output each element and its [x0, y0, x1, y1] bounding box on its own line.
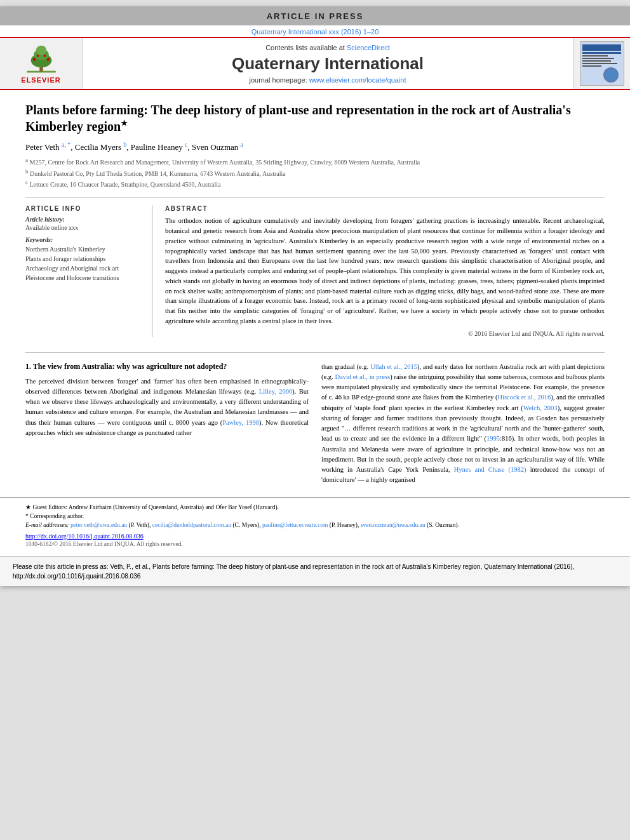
section-divider — [25, 352, 605, 353]
affiliations: a M257, Centre for Rock Art Research and… — [25, 156, 605, 189]
body-col-right: than gradual (e.g. Ullah et al., 2015), … — [321, 362, 605, 491]
svg-rect-14 — [582, 60, 611, 62]
body-col1-para1: The perceived division between 'forager'… — [25, 377, 309, 439]
authors: Peter Veth a, *, Cecilia Myers b, Paulin… — [25, 141, 605, 152]
article-content: Plants before farming: The deep history … — [0, 90, 630, 343]
article-info-label: ARTICLE INFO — [25, 205, 143, 212]
footnote-guest-editors: ★ Guest Editors: Andrew Fairbairn (Unive… — [25, 503, 605, 512]
article-info-col: ARTICLE INFO Article history: Available … — [25, 205, 152, 337]
keyword-3: Archaeology and Aboriginal rock art — [25, 263, 143, 273]
body-col2-para1: than gradual (e.g. Ullah et al., 2015), … — [321, 362, 605, 486]
journal-homepage-link[interactable]: www.elsevier.com/locate/quaint — [309, 76, 406, 84]
elsevier-logo: ELSEVIER — [21, 43, 60, 84]
body-section: 1. The view from Australia: why was agri… — [0, 362, 630, 491]
footnote-area: ★ Guest Editors: Andrew Fairbairn (Unive… — [0, 497, 630, 550]
svg-point-6 — [46, 58, 50, 61]
svg-point-4 — [36, 46, 46, 55]
doi-line: http://dx.doi.org/10.1016/j.quaint.2016.… — [25, 533, 605, 540]
affiliation-b: b Dunkeld Pastoral Co, Pty Ltd Theda Sta… — [25, 168, 605, 178]
journal-logo-box — [580, 41, 624, 86]
abstract-label: ABSTRACT — [165, 205, 605, 212]
email-ouzman[interactable]: sven.ouzman@uwa.edu.au — [361, 522, 426, 528]
article-history-value: Available online xxx — [25, 224, 143, 231]
affiliation-a: a M257, Centre for Rock Art Research and… — [25, 156, 605, 167]
copyright-line: © 2016 Elsevier Ltd and INQUA. All right… — [165, 330, 605, 337]
section1-heading: 1. The view from Australia: why was agri… — [25, 362, 309, 371]
email-heaney[interactable]: pauline@lettucecreate.com — [262, 522, 328, 528]
journal-homepage: journal homepage: www.elsevier.com/locat… — [249, 76, 406, 84]
svg-rect-16 — [582, 65, 601, 67]
page: ARTICLE IN PRESS Quaternary Internationa… — [0, 6, 630, 586]
sciencedirect-link[interactable]: ScienceDirect — [347, 44, 390, 51]
issn-line: 1040-6182/© 2016 Elsevier Ltd and INQUA.… — [25, 541, 605, 547]
bottom-citation-box: Please cite this article in press as: Ve… — [0, 556, 630, 586]
article-in-press-banner: ARTICLE IN PRESS — [0, 6, 630, 25]
abstract-col: ABSTRACT The orthodox notion of agricult… — [165, 205, 605, 337]
body-col-left: 1. The view from Australia: why was agri… — [25, 362, 309, 491]
bottom-citation-text: Please cite this article in press as: Ve… — [13, 562, 617, 581]
footnote-emails: E-mail addresses: peter.veth@uwa.edu.au … — [25, 521, 605, 530]
body-two-col: 1. The view from Australia: why was agri… — [25, 362, 605, 491]
journal-header-left: ELSEVIER — [0, 38, 83, 89]
keywords-label: Keywords: — [25, 236, 143, 243]
journal-citation-text: Quaternary International xxx (2016) 1–20 — [251, 28, 379, 36]
journal-header: ELSEVIER Contents lists available at Sci… — [0, 37, 630, 90]
email-myers[interactable]: cecilia@dunkeldpastoral.com.au — [152, 522, 231, 528]
abstract-text: The orthodox notion of agriculture cumul… — [165, 216, 605, 326]
svg-rect-12 — [582, 55, 608, 57]
article-title: Plants before farming: The deep history … — [25, 102, 605, 135]
svg-point-7 — [36, 55, 39, 57]
svg-rect-13 — [582, 58, 614, 59]
journal-header-right — [573, 38, 630, 89]
svg-point-8 — [43, 55, 46, 57]
contents-available: Contents lists available at ScienceDirec… — [265, 44, 390, 51]
article-history-label: Article history: — [25, 216, 143, 223]
keyword-2: Plants and forager relationships — [25, 254, 143, 263]
journal-name-header: Quaternary International — [232, 54, 424, 74]
keyword-4: Pleistocene and Holocene transitions — [25, 273, 143, 283]
elsevier-tree-icon — [22, 43, 60, 75]
svg-rect-11 — [582, 52, 621, 54]
email-veth[interactable]: peter.veth@uwa.edu.au — [70, 522, 127, 528]
journal-header-center: Contents lists available at ScienceDirec… — [83, 38, 573, 89]
article-info-abstract-section: ARTICLE INFO Article history: Available … — [25, 197, 605, 337]
footnote-corresponding: * Corresponding author. — [25, 512, 605, 521]
svg-point-5 — [32, 58, 36, 61]
affiliation-c: c Lettuce Create, 16 Chaucer Parade, Str… — [25, 178, 605, 189]
journal-citation: Quaternary International xxx (2016) 1–20 — [0, 25, 630, 37]
svg-rect-15 — [582, 63, 617, 64]
svg-point-18 — [606, 70, 616, 80]
keyword-1: Northern Australia's Kimberley — [25, 244, 143, 254]
article-in-press-text: ARTICLE IN PRESS — [267, 11, 364, 21]
elsevier-text: ELSEVIER — [21, 76, 60, 84]
doi-link[interactable]: http://dx.doi.org/10.1016/j.quaint.2016.… — [25, 533, 144, 540]
svg-rect-10 — [582, 44, 621, 51]
